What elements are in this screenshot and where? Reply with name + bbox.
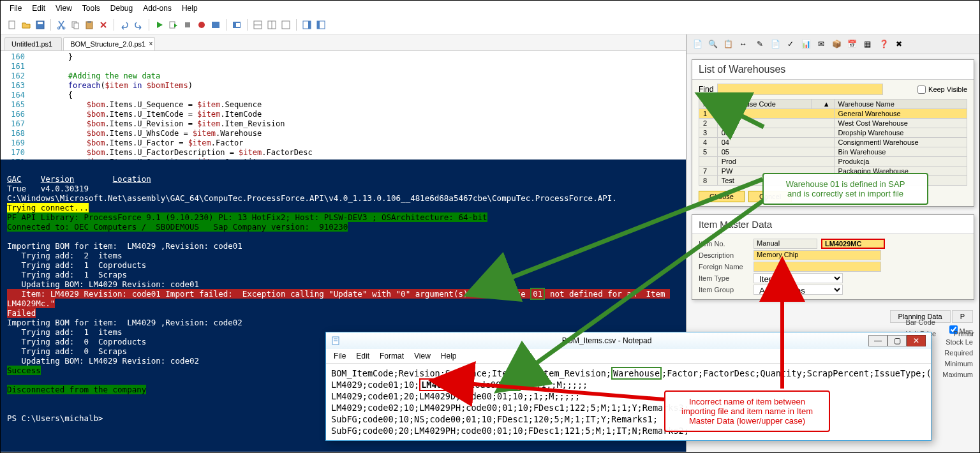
table-row[interactable]: 505Bin Warehouse: [699, 147, 967, 157]
svg-rect-2: [38, 22, 43, 24]
tab-bom-structure[interactable]: BOM_Structure_2.0.ps1×: [63, 37, 155, 50]
new-icon[interactable]: [6, 19, 19, 31]
menu-edit[interactable]: Edit: [27, 2, 50, 15]
box-icon[interactable]: 📦: [829, 37, 843, 51]
svg-rect-8: [87, 21, 91, 23]
itemno-label: Item No.: [699, 240, 750, 248]
notepad-icon: [331, 336, 341, 346]
ps-icon[interactable]: [209, 19, 222, 31]
table-row[interactable]: 202West Cost Warehouse: [699, 119, 967, 128]
code-editor[interactable]: 160 161 162 163 164 165 166 167 168 169 …: [1, 51, 686, 160]
layout2-icon[interactable]: [265, 19, 278, 31]
menu-view[interactable]: View: [50, 2, 77, 15]
tab-untitled[interactable]: Untitled1.ps1: [4, 37, 62, 50]
find-icon[interactable]: 🔍: [706, 37, 720, 51]
open-icon[interactable]: [20, 19, 33, 31]
paste-icon[interactable]: [83, 19, 96, 31]
panel1-icon[interactable]: [301, 19, 313, 31]
callout-red: Incorrect name of item betweenimporting …: [664, 390, 830, 432]
svg-rect-14: [236, 23, 240, 27]
table-row[interactable]: ProdProdukcja: [699, 157, 967, 167]
menu-debug[interactable]: Debug: [105, 2, 138, 15]
svg-rect-0: [9, 21, 15, 29]
np-view[interactable]: View: [409, 350, 436, 362]
np-format[interactable]: Format: [375, 350, 409, 362]
menubar: File Edit View Tools Debug Add-ons Help: [1, 1, 979, 16]
find-input[interactable]: [717, 84, 883, 95]
notepad-menu: File Edit Format View Help: [326, 349, 931, 364]
tab-label: BOM_Structure_2.0.ps1: [70, 40, 145, 48]
toolbar: [1, 16, 979, 34]
item-group-select[interactable]: Accessories: [754, 285, 843, 295]
grid-icon[interactable]: ▦: [860, 37, 874, 51]
menu-tools[interactable]: Tools: [77, 2, 105, 15]
keep-visible-checkbox[interactable]: Keep Visible: [917, 85, 967, 94]
np-edit[interactable]: Edit: [351, 350, 375, 362]
breakpoint-icon[interactable]: [195, 19, 208, 31]
cut-icon[interactable]: [55, 19, 68, 31]
required-label: Required: [944, 349, 973, 357]
manual-value: Manual: [754, 239, 817, 249]
maximize-button[interactable]: ▢: [887, 335, 907, 346]
table-row[interactable]: 404Consignmentl Warehouse: [699, 138, 967, 147]
callout-green: Warehouse 01 is defined in SAPand is cor…: [762, 173, 928, 205]
tab-label: Untitled1.ps1: [11, 40, 52, 48]
item-code-value[interactable]: LM4029MC: [821, 239, 885, 249]
description-value[interactable]: Memory Chip: [754, 250, 881, 260]
sap-toolbar: 📄 🔍 📋 ↔ ✎ 📄 ✓ 📊 ✉ 📦 📅 ▦ ❓ ✖: [687, 34, 979, 54]
svg-rect-10: [185, 22, 190, 27]
warehouse-01-highlight: 01: [530, 288, 545, 300]
close-icon[interactable]: ×: [149, 40, 152, 47]
close-panel-icon[interactable]: ✖: [892, 37, 906, 51]
run-selection-icon[interactable]: [167, 19, 180, 31]
clear-icon[interactable]: [97, 19, 110, 31]
layout3-icon[interactable]: [279, 19, 292, 31]
menu-file[interactable]: File: [4, 2, 27, 15]
item-type-select[interactable]: Items: [754, 273, 843, 283]
list-icon[interactable]: 📋: [721, 37, 735, 51]
menu-addons[interactable]: Add-ons: [138, 2, 177, 15]
svg-rect-19: [282, 21, 290, 29]
save-icon[interactable]: [34, 19, 47, 31]
file-tabs: Untitled1.ps1 BOM_Structure_2.0.ps1×: [1, 34, 686, 51]
warehouse-col-highlight: Warehouse: [611, 367, 662, 380]
new-doc-icon[interactable]: 📄: [768, 37, 782, 51]
np-file[interactable]: File: [329, 350, 351, 362]
check-icon[interactable]: ✓: [783, 37, 798, 51]
minimize-button[interactable]: —: [868, 335, 887, 346]
find-label: Find: [699, 85, 713, 94]
table-row[interactable]: 303Dropship Warehouse: [699, 128, 967, 138]
choose-button[interactable]: Choose: [699, 191, 745, 202]
code-area[interactable]: } #Adding the new data foreach($item in …: [29, 51, 686, 160]
svg-rect-21: [308, 21, 311, 29]
edit-icon[interactable]: ✎: [753, 37, 767, 51]
close-button[interactable]: ✕: [907, 335, 926, 346]
line-gutter: 160 161 162 163 164 165 166 167 168 169 …: [1, 51, 29, 160]
stop-icon[interactable]: [181, 19, 194, 31]
help-icon[interactable]: ❓: [877, 37, 891, 51]
item-master-window: Item Master Data Item No.ManualLM4029MC …: [692, 214, 974, 300]
foreign-name-value[interactable]: [754, 262, 881, 272]
maximum-label: Maximum: [942, 371, 973, 378]
svg-rect-23: [317, 21, 320, 29]
layout1-icon[interactable]: [251, 19, 264, 31]
calendar-icon[interactable]: 📅: [845, 37, 859, 51]
minimum-label: Minimum: [944, 360, 973, 368]
panel2-icon[interactable]: [315, 19, 327, 31]
np-help[interactable]: Help: [436, 350, 462, 362]
redo-icon[interactable]: [132, 19, 145, 31]
item-type-label: Item Type: [699, 274, 750, 282]
table-row[interactable]: 101General Warehouse: [699, 109, 967, 119]
ps-tab-icon[interactable]: [230, 19, 243, 31]
copy-icon[interactable]: [69, 19, 82, 31]
undo-icon[interactable]: [118, 19, 131, 31]
menu-help[interactable]: Help: [177, 2, 203, 15]
run-icon[interactable]: [153, 19, 166, 31]
svg-point-11: [198, 22, 205, 28]
bar-icon[interactable]: 📊: [799, 37, 813, 51]
add-icon[interactable]: 📄: [690, 37, 704, 51]
notepad-body[interactable]: BOM_ItemCode;Revision;Sequence;ItemCode;…: [326, 364, 931, 440]
mail-icon[interactable]: ✉: [814, 37, 828, 51]
nav-icon[interactable]: ↔: [736, 37, 750, 51]
notepad-window: BOM_Items.csv - Notepad — ▢ ✕ File Edit …: [325, 332, 932, 441]
